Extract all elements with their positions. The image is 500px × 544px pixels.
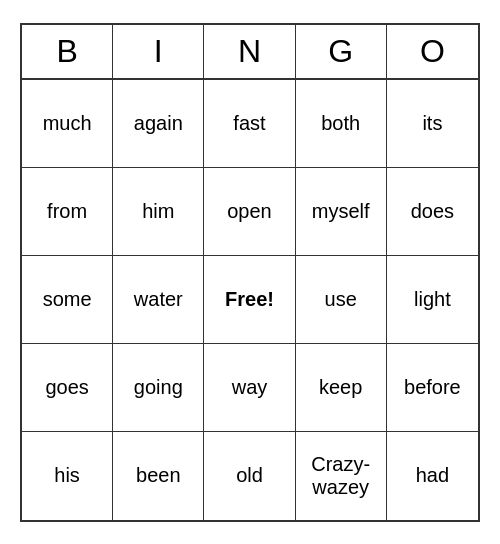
bingo-cell: water [113, 256, 204, 344]
header-letter: B [22, 25, 113, 78]
bingo-cell: light [387, 256, 478, 344]
bingo-cell: its [387, 80, 478, 168]
bingo-cell: way [204, 344, 295, 432]
bingo-cell: again [113, 80, 204, 168]
bingo-cell: Crazy-wazey [296, 432, 387, 520]
bingo-cell: fast [204, 80, 295, 168]
header-letter: O [387, 25, 478, 78]
bingo-cell: myself [296, 168, 387, 256]
bingo-cell: open [204, 168, 295, 256]
header-letter: N [204, 25, 295, 78]
bingo-cell: been [113, 432, 204, 520]
bingo-card: BINGO muchagainfastbothitsfromhimopenmys… [20, 23, 480, 522]
bingo-cell: does [387, 168, 478, 256]
bingo-cell: some [22, 256, 113, 344]
bingo-cell: old [204, 432, 295, 520]
header-letter: I [113, 25, 204, 78]
header-letter: G [296, 25, 387, 78]
bingo-cell: before [387, 344, 478, 432]
bingo-cell: goes [22, 344, 113, 432]
bingo-cell: both [296, 80, 387, 168]
bingo-cell: had [387, 432, 478, 520]
bingo-grid: muchagainfastbothitsfromhimopenmyselfdoe… [22, 80, 478, 520]
bingo-cell: keep [296, 344, 387, 432]
bingo-cell: his [22, 432, 113, 520]
bingo-cell: Free! [204, 256, 295, 344]
bingo-cell: going [113, 344, 204, 432]
bingo-cell: use [296, 256, 387, 344]
bingo-cell: much [22, 80, 113, 168]
bingo-cell: from [22, 168, 113, 256]
bingo-cell: him [113, 168, 204, 256]
bingo-header: BINGO [22, 25, 478, 80]
